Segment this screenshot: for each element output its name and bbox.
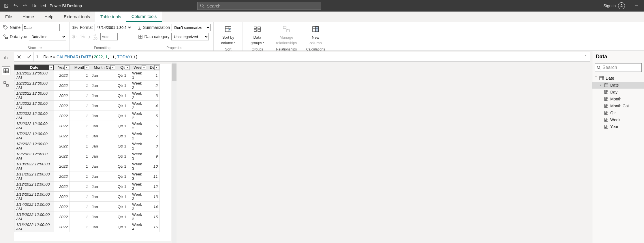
field-month[interactable]: fxMonth — [592, 96, 644, 102]
table-row[interactable]: 1/1/2022 12:00:00 AM20221JanQtr 1Week 11 — [14, 70, 160, 81]
formula-input[interactable]: Date = CALENDAR(DATE(2022,1,1),TODAY()) — [41, 55, 581, 59]
ribbon-group-groups: Data groups˅ Groups — [243, 22, 272, 51]
filter-dropdown-icon[interactable]: ▾ — [85, 65, 89, 70]
formula-expand-button[interactable]: ˅ — [581, 54, 590, 60]
svg-point-8 — [3, 35, 5, 36]
name-input[interactable] — [22, 24, 60, 31]
filter-dropdown-icon[interactable]: ▾ — [125, 65, 129, 70]
svg-line-41 — [600, 68, 601, 70]
filter-dropdown-icon[interactable]: ▾ — [64, 65, 69, 70]
ribbon: Name 123 Data type Date/time Structure $… — [0, 22, 644, 51]
column-header-month[interactable]: Month▾ — [70, 65, 90, 70]
vertical-scrollbar[interactable] — [172, 62, 177, 243]
svg-rect-18 — [258, 27, 260, 31]
ribbon-group-relationships: Manage relationships Relationships — [272, 22, 301, 51]
svg-rect-22 — [287, 30, 290, 32]
filter-dropdown-icon[interactable]: ▾ — [110, 65, 115, 70]
data-groups-button[interactable]: Data groups˅ — [246, 24, 269, 47]
table-row[interactable]: 1/6/2022 12:00:00 AM20221JanQtr 1Week 26 — [14, 121, 160, 131]
column-header-day[interactable]: Day▾ — [147, 65, 160, 70]
svg-text:fx: fx — [605, 120, 606, 122]
field-year[interactable]: fxYear — [592, 123, 644, 130]
svg-rect-21 — [283, 26, 286, 29]
table-row[interactable]: 1/12/2022 12:00:00 AM20221JanQtr 1Week 3… — [14, 182, 160, 192]
table-row[interactable]: 1/14/2022 12:00:00 AM20221JanQtr 1Week 3… — [14, 202, 160, 212]
formula-commit-button[interactable] — [24, 52, 34, 61]
decimal-button[interactable]: .0.00 — [93, 33, 97, 40]
chevron-right-icon: › — [599, 83, 602, 87]
filter-dropdown-icon[interactable]: ▾ — [142, 65, 146, 70]
filter-dropdown-icon[interactable]: ▾ — [154, 65, 159, 70]
file-menu[interactable]: File — [0, 12, 17, 22]
svg-text:fx: fx — [605, 106, 606, 108]
redo-icon[interactable] — [20, 1, 29, 10]
column-header-qtr[interactable]: Qtr▾ — [116, 65, 130, 70]
datacategory-select[interactable]: Uncategorized — [171, 33, 209, 40]
datatype-icon: 123 — [3, 34, 8, 39]
table-row[interactable]: 1/7/2022 12:00:00 AM20221JanQtr 1Week 27 — [14, 131, 160, 141]
currency-button[interactable]: $ ˅ — [72, 34, 78, 39]
column-tools-tab[interactable]: Column tools — [126, 12, 162, 22]
fields-search[interactable]: Search — [595, 63, 642, 72]
new-column-button[interactable]: New column — [304, 24, 327, 47]
svg-rect-17 — [254, 30, 256, 31]
fields-tree: ˅ Date ›DatefxDayfxMonthfxMonth CatfxQtr… — [592, 75, 644, 130]
report-view-button[interactable] — [2, 53, 10, 62]
svg-text:fx: fx — [605, 99, 606, 101]
table-row[interactable]: 1/8/2022 12:00:00 AM20221JanQtr 1Week 28 — [14, 141, 160, 151]
table-row[interactable]: 1/3/2022 12:00:00 AM20221JanQtr 1Week 23 — [14, 91, 160, 101]
field-day[interactable]: fxDay — [592, 89, 644, 96]
field-month-cat[interactable]: fxMonth Cat — [592, 102, 644, 109]
manage-relationships-button[interactable]: Manage relationships — [275, 24, 298, 47]
filter-dropdown-icon[interactable]: ▾ — [49, 65, 53, 70]
column-header-month-cat[interactable]: Month Cat▾ — [90, 65, 116, 70]
field-date[interactable]: ›Date — [592, 82, 644, 89]
user-icon[interactable] — [618, 2, 625, 9]
percent-button[interactable]: % — [80, 34, 85, 39]
formula-cancel-button[interactable] — [14, 52, 24, 61]
svg-rect-46 — [604, 84, 608, 87]
field-qtr[interactable]: fxQtr — [592, 109, 644, 116]
table-row[interactable]: 1/15/2022 12:00:00 AM20221JanQtr 1Week 3… — [14, 212, 160, 222]
model-view-button[interactable] — [2, 80, 10, 88]
minimize-button[interactable] — [631, 0, 642, 12]
sort-by-column-button[interactable]: Sort by column˅ — [217, 24, 240, 47]
svg-point-5 — [621, 5, 622, 6]
table-row[interactable]: 1/2/2022 12:00:00 AM20221JanQtr 1Week 22 — [14, 81, 160, 91]
table-row[interactable]: 1/5/2022 12:00:00 AM20221JanQtr 1Week 25 — [14, 111, 160, 121]
column-header-week[interactable]: Week▾ — [130, 65, 147, 70]
chevron-down-icon: ˅ — [594, 76, 598, 81]
table-row[interactable]: 1/16/2022 12:00:00 AM20221JanQtr 1Week 4… — [14, 222, 160, 232]
column-header-date[interactable]: Date▾ — [14, 65, 54, 70]
datatype-select[interactable]: Date/time — [29, 33, 66, 40]
column-header-year[interactable]: Year▾ — [54, 65, 70, 70]
table-row[interactable]: 1/4/2022 12:00:00 AM20221JanQtr 1Week 24 — [14, 101, 160, 111]
external-tools-tab[interactable]: External tools — [59, 12, 95, 22]
decimal-places-input[interactable] — [100, 33, 118, 40]
global-search[interactable]: Search — [197, 2, 321, 10]
search-icon — [597, 66, 601, 70]
undo-icon[interactable] — [11, 1, 20, 10]
format-label: Format — [80, 25, 93, 30]
tree-table-date[interactable]: ˅ Date — [592, 75, 644, 82]
data-panel-title: Data — [592, 51, 644, 63]
summarization-select[interactable]: Don't summarize — [172, 24, 211, 31]
save-icon[interactable] — [2, 1, 11, 10]
home-tab[interactable]: Home — [17, 12, 39, 22]
data-view-button[interactable] — [2, 66, 10, 75]
table-row[interactable]: 1/13/2022 12:00:00 AM20221JanQtr 1Week 3… — [14, 192, 160, 202]
calculated-column-icon: fx — [604, 97, 609, 101]
field-week[interactable]: fxWeek — [592, 116, 644, 123]
table-tools-tab[interactable]: Table tools — [95, 12, 126, 22]
signin-button[interactable]: Sign in — [603, 3, 616, 8]
comma-button[interactable]: ↄ — [88, 34, 90, 40]
svg-point-7 — [4, 26, 5, 27]
format-icon: $% — [72, 25, 78, 30]
svg-rect-30 — [4, 69, 8, 73]
table-row[interactable]: 1/10/2022 12:00:00 AM20221JanQtr 1Week 3… — [14, 161, 160, 171]
table-row[interactable]: 1/9/2022 12:00:00 AM20221JanQtr 1Week 39 — [14, 151, 160, 161]
ribbon-group-properties: ∑ Summarization Don't summarize Data cat… — [135, 22, 214, 51]
help-tab[interactable]: Help — [39, 12, 59, 22]
table-row[interactable]: 1/11/2022 12:00:00 AM20221JanQtr 1Week 3… — [14, 171, 160, 182]
format-select[interactable]: *3/14/2001 1:30:55… — [95, 24, 132, 31]
